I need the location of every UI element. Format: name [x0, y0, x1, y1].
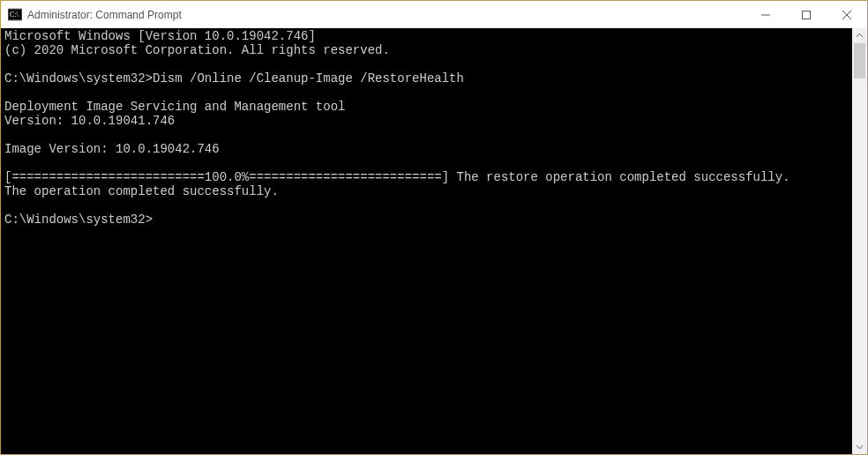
output-line: [4, 128, 852, 142]
scroll-up-button[interactable]: [852, 28, 867, 43]
output-line: The operation completed successfully.: [4, 184, 852, 198]
output-line: C:\Windows\system32>Dism /Online /Cleanu…: [4, 71, 852, 86]
output-line: Image Version: 10.0.19042.746: [4, 142, 852, 156]
output-line: [==========================100.0%=======…: [4, 170, 852, 184]
vertical-scrollbar[interactable]: [852, 28, 867, 454]
scroll-down-button[interactable]: [852, 439, 867, 454]
titlebar[interactable]: C:\ Administrator: Command Prompt: [1, 1, 867, 28]
output-line: Version: 10.0.19041.746: [4, 114, 852, 128]
prompt-line: C:\Windows\system32>: [4, 213, 852, 227]
terminal-output[interactable]: Microsoft Windows [Version 10.0.19042.74…: [1, 28, 852, 454]
svg-rect-3: [803, 11, 811, 19]
svg-text:C:\: C:\: [10, 11, 19, 19]
maximize-button[interactable]: [786, 1, 827, 28]
output-line: [4, 86, 852, 100]
cmd-icon: C:\: [8, 8, 22, 22]
output-line: [4, 198, 852, 213]
client-area: Microsoft Windows [Version 10.0.19042.74…: [1, 28, 867, 454]
close-button[interactable]: [827, 1, 867, 28]
output-line: [4, 156, 852, 170]
command-prompt-window: C:\ Administrator: Command Prompt Micros…: [0, 0, 868, 455]
output-line: (c) 2020 Microsoft Corporation. All righ…: [4, 43, 852, 57]
output-line: [4, 57, 852, 71]
window-controls: [745, 1, 867, 28]
scrollbar-thumb[interactable]: [854, 43, 865, 78]
output-line: Deployment Image Servicing and Managemen…: [4, 100, 852, 114]
minimize-button[interactable]: [745, 1, 786, 28]
output-line: Microsoft Windows [Version 10.0.19042.74…: [4, 29, 852, 43]
window-title: Administrator: Command Prompt: [27, 9, 182, 21]
